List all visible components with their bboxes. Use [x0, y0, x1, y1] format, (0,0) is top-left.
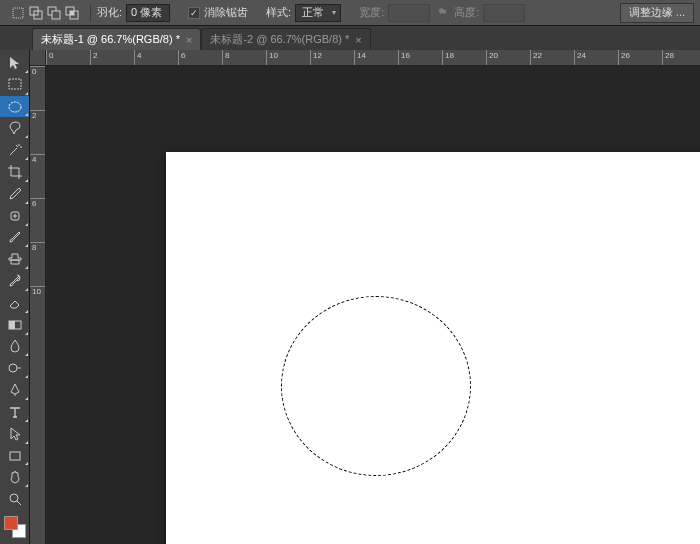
elliptical-selection[interactable] [281, 296, 471, 476]
options-bar: 羽化: ✓ 消除锯齿 样式: 正常 宽度: 高度: 调整边缘 ... [0, 0, 700, 26]
brush-tool[interactable] [0, 227, 29, 249]
feather-label: 羽化: [97, 5, 122, 20]
document-canvas[interactable] [166, 152, 700, 544]
tab-label: 未标题-2 @ 66.7%(RGB/8) * [210, 32, 349, 47]
svg-rect-12 [9, 321, 15, 329]
color-swatch[interactable] [4, 516, 26, 538]
clone-stamp-tool[interactable] [0, 248, 29, 270]
tab-label: 未标题-1 @ 66.7%(RGB/8) * [41, 32, 180, 47]
tools-panel [0, 50, 30, 544]
add-selection-icon[interactable] [28, 5, 44, 21]
document-tabs: 未标题-1 @ 66.7%(RGB/8) * × 未标题-2 @ 66.7%(R… [0, 26, 700, 50]
subtract-selection-icon[interactable] [46, 5, 62, 21]
pen-tool[interactable] [0, 379, 29, 401]
type-tool[interactable] [0, 401, 29, 423]
new-selection-icon[interactable] [10, 5, 26, 21]
zoom-tool[interactable] [0, 488, 29, 510]
foreground-color[interactable] [4, 516, 18, 530]
svg-point-13 [9, 364, 17, 372]
ruler-origin[interactable] [30, 50, 46, 66]
crop-tool[interactable] [0, 161, 29, 183]
antialias-label: 消除锯齿 [204, 5, 248, 20]
feather-input[interactable] [126, 4, 170, 22]
vertical-ruler[interactable]: 0246810 [30, 66, 46, 544]
magic-wand-tool[interactable] [0, 139, 29, 161]
svg-rect-14 [10, 452, 20, 460]
style-label: 样式: [266, 5, 291, 20]
tab-doc-1[interactable]: 未标题-1 @ 66.7%(RGB/8) * × [32, 28, 201, 50]
svg-rect-7 [70, 11, 74, 15]
path-select-tool[interactable] [0, 423, 29, 445]
lasso-tool[interactable] [0, 117, 29, 139]
move-tool[interactable] [0, 52, 29, 74]
rect-marquee-tool[interactable] [0, 74, 29, 96]
width-input [388, 4, 430, 22]
svg-rect-0 [13, 8, 23, 18]
eyedropper-tool[interactable] [0, 183, 29, 205]
eraser-tool[interactable] [0, 292, 29, 314]
antialias-checkbox[interactable]: ✓ [188, 7, 200, 19]
canvas-viewport[interactable] [46, 66, 700, 544]
tab-doc-2[interactable]: 未标题-2 @ 66.7%(RGB/8) * × [201, 28, 370, 50]
close-icon[interactable]: × [355, 34, 361, 46]
gradient-tool[interactable] [0, 314, 29, 336]
history-brush-tool[interactable] [0, 270, 29, 292]
shape-tool[interactable] [0, 445, 29, 467]
close-icon[interactable]: × [186, 34, 192, 46]
healing-brush-tool[interactable] [0, 205, 29, 227]
horizontal-ruler[interactable]: 024681012141618202224262830 [46, 50, 700, 66]
ellipse-marquee-tool[interactable] [0, 96, 29, 118]
blur-tool[interactable] [0, 336, 29, 358]
intersect-selection-icon[interactable] [64, 5, 80, 21]
svg-point-9 [9, 102, 21, 112]
height-input [483, 4, 525, 22]
hand-tool[interactable] [0, 466, 29, 488]
svg-rect-4 [52, 11, 60, 19]
refine-edge-button[interactable]: 调整边缘 ... [620, 3, 694, 23]
style-select[interactable]: 正常 [295, 4, 341, 22]
svg-point-15 [10, 494, 18, 502]
width-label: 宽度: [359, 5, 384, 20]
height-label: 高度: [454, 5, 479, 20]
dodge-tool[interactable] [0, 357, 29, 379]
swap-wh-icon [434, 5, 450, 21]
svg-rect-8 [9, 79, 21, 89]
selection-mode-group [6, 5, 84, 21]
